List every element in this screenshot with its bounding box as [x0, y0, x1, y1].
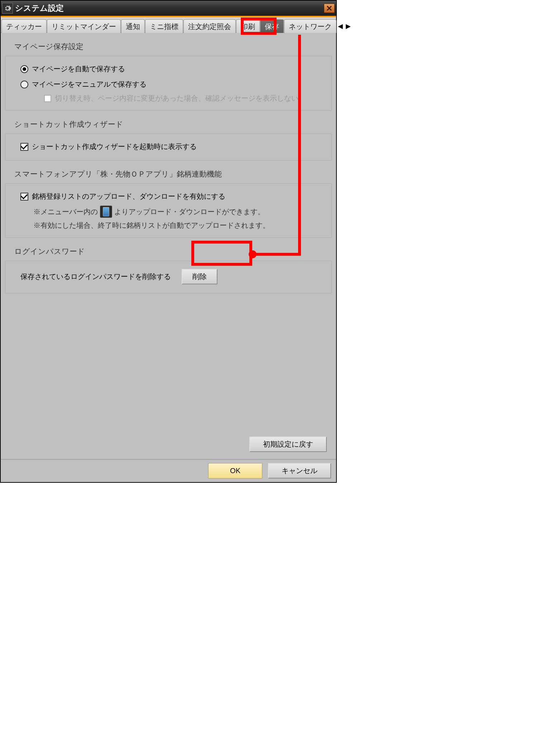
smartphone-sync-row[interactable]: 銘柄登録リストのアップロード、ダウンロードを有効にする	[12, 189, 325, 204]
reset-defaults-button[interactable]: 初期設定に戻す	[249, 437, 327, 452]
confirm-message-label: 切り替え時、ページ内容に変更があった場合、確認メッセージを表示しない	[55, 93, 298, 103]
radio-manual-save-row[interactable]: マイページをマニュアルで保存する	[12, 77, 325, 92]
radio-auto-save-row[interactable]: マイページを自動で保存する	[12, 61, 325, 77]
ok-button[interactable]: OK	[208, 463, 262, 478]
smartphone-note-1a: ※メニューバー内の	[33, 207, 98, 217]
smartphone-section: 銘柄登録リストのアップロード、ダウンロードを有効にする ※メニューバー内の より…	[5, 183, 332, 238]
confirm-message-checkbox	[44, 95, 51, 102]
tab-scroll-left-icon[interactable]: ◀	[337, 22, 344, 30]
system-settings-window: システム設定 ティッカー リミットマインダー 通知 ミニ指標 注文約定照会 印刷…	[0, 0, 337, 483]
tab-mini-index[interactable]: ミニ指標	[145, 19, 183, 33]
tab-limit-minder[interactable]: リミットマインダー	[47, 19, 121, 33]
mypage-section-title: マイページ保存設定	[14, 42, 332, 52]
radio-manual-save-label: マイページをマニュアルで保存する	[32, 80, 147, 89]
titlebar: システム設定	[1, 1, 336, 16]
smartphone-section-title: スマートフォンアプリ「株・先物ＯＰアプリ」銘柄連動機能	[14, 169, 332, 179]
shortcut-wizard-row[interactable]: ショートカット作成ウィザードを起動時に表示する	[12, 139, 325, 154]
tabstrip: ティッカー リミットマインダー 通知 ミニ指標 注文約定照会 印刷 保存 ネット…	[1, 17, 336, 33]
tab-network[interactable]: ネットワーク	[284, 19, 336, 33]
radio-auto-save[interactable]	[20, 65, 28, 73]
login-password-label: 保存されているログインパスワードを削除する	[20, 272, 171, 282]
tab-save[interactable]: 保存	[260, 19, 284, 33]
cancel-button[interactable]: キャンセル	[268, 463, 331, 478]
smartphone-note-2: ※有効にした場合、終了時に銘柄リストが自動でアップロードされます。	[12, 219, 325, 232]
mypage-section: マイページを自動で保存する マイページをマニュアルで保存する 切り替え時、ページ…	[5, 56, 332, 111]
shortcut-wizard-label: ショートカット作成ウィザードを起動時に表示する	[32, 142, 197, 152]
shortcut-section-title: ショートカット作成ウィザード	[14, 119, 332, 129]
manual-save-note: 切り替え時、ページ内容に変更があった場合、確認メッセージを表示しない	[12, 92, 325, 105]
highlight-dot	[249, 250, 257, 258]
shortcut-section: ショートカット作成ウィザードを起動時に表示する	[5, 134, 332, 160]
smartphone-note-1b: よりアップロード・ダウンロードができます。	[114, 207, 265, 217]
tab-print[interactable]: 印刷	[236, 19, 260, 33]
tab-scroll: ◀ ▶	[337, 22, 353, 30]
window-title: システム設定	[15, 3, 324, 14]
smartphone-sync-label: 銘柄登録リストのアップロード、ダウンロードを有効にする	[32, 192, 225, 201]
login-section: 保存されているログインパスワードを削除する 削除	[5, 261, 332, 293]
highlight-line-horizontal	[252, 253, 301, 256]
footer-buttons: OK キャンセル	[1, 459, 336, 482]
phone-icon	[100, 206, 112, 218]
radio-auto-save-label: マイページを自動で保存する	[32, 64, 125, 74]
radio-manual-save[interactable]	[20, 81, 28, 88]
gear-icon	[2, 3, 13, 14]
tab-order-inquiry[interactable]: 注文約定照会	[183, 19, 236, 33]
delete-password-button[interactable]: 削除	[182, 269, 217, 284]
tab-notification[interactable]: 通知	[121, 19, 145, 33]
tab-ticker[interactable]: ティッカー	[1, 19, 47, 33]
smartphone-note-1: ※メニューバー内の よりアップロード・ダウンロードができます。	[12, 204, 325, 219]
highlight-line-vertical	[298, 35, 301, 254]
content-panel: マイページ保存設定 マイページを自動で保存する マイページをマニュアルで保存する…	[1, 33, 336, 459]
shortcut-wizard-checkbox[interactable]	[20, 143, 28, 151]
smartphone-sync-checkbox[interactable]	[20, 193, 28, 201]
tab-scroll-right-icon[interactable]: ▶	[345, 22, 352, 30]
close-button[interactable]	[324, 4, 335, 13]
